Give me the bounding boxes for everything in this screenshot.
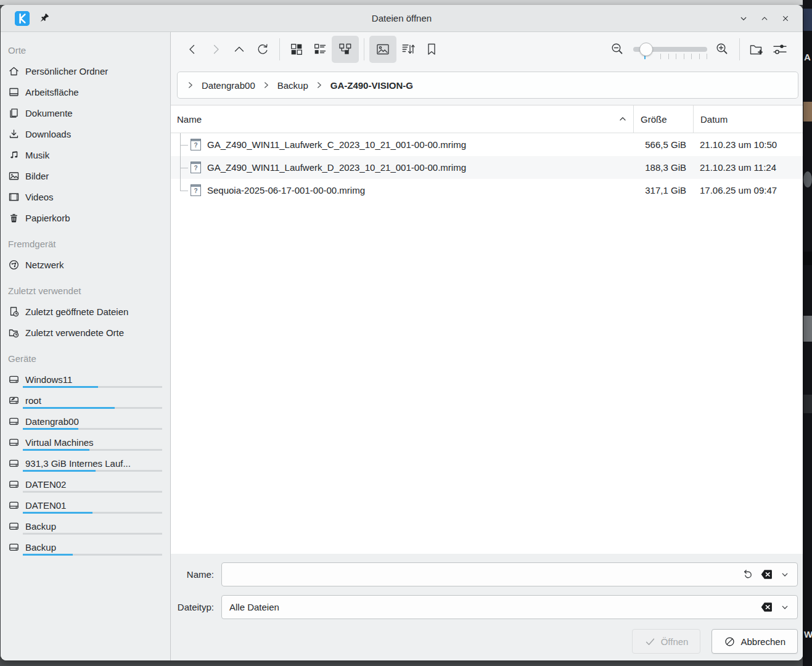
sidebar-item-zuletzt-ge-ffnete-dateien[interactable]: Zuletzt geöffnete Dateien xyxy=(1,301,170,322)
back-button[interactable] xyxy=(181,38,204,61)
refresh-button[interactable] xyxy=(251,38,274,61)
zoom-in-button[interactable] xyxy=(711,38,734,61)
titlebar[interactable]: Dateien öffnen xyxy=(1,5,803,32)
sidebar-item-label: Downloads xyxy=(25,129,71,139)
clear-text-icon[interactable] xyxy=(759,600,774,615)
options-icon xyxy=(772,41,788,57)
sidebar-item-arbeitsfl-che[interactable]: Arbeitsfläche xyxy=(1,81,170,102)
column-header-name[interactable]: Name xyxy=(171,105,633,133)
bookmark-button[interactable] xyxy=(420,38,443,61)
unknown-file-glyph: ? xyxy=(194,165,197,171)
background-top-strip xyxy=(0,0,803,5)
column-header-date[interactable]: Datum xyxy=(693,105,803,133)
sidebar-item-daten01[interactable]: DATEN01 xyxy=(1,495,170,516)
open-button[interactable]: Öffnen xyxy=(632,629,701,654)
forward-button[interactable] xyxy=(204,38,228,61)
breadcrumb[interactable]: Datengrab00BackupGA-Z490-VISION-G xyxy=(177,72,798,99)
up-button[interactable] xyxy=(228,38,251,61)
toolbar-separator xyxy=(739,38,740,60)
sidebar-item-musik[interactable]: Musik xyxy=(1,144,170,165)
trash-icon xyxy=(8,212,20,224)
cancel-button[interactable]: Abbrechen xyxy=(712,629,798,654)
sidebar-item-videos[interactable]: Videos xyxy=(1,186,170,207)
sidebar-item-label: Bilder xyxy=(25,171,49,181)
places-sidebar: OrtePersönlicher OrdnerArbeitsflächeDoku… xyxy=(1,32,171,660)
sidebar-item-daten02[interactable]: DATEN02 xyxy=(1,474,170,495)
options-button[interactable] xyxy=(768,38,792,61)
new-folder-button[interactable] xyxy=(745,38,768,61)
sidebar-item-backup[interactable]: Backup xyxy=(1,536,170,557)
drive-icon xyxy=(8,541,20,553)
background-app-thumbnail xyxy=(803,171,812,187)
window-title: Dateien öffnen xyxy=(1,13,803,23)
sidebar-item-windows11[interactable]: Windows11 xyxy=(1,369,170,390)
sidebar-item-papierkorb[interactable]: Papierkorb xyxy=(1,207,170,228)
file-name: GA_Z490_WIN11_Laufwerk_C_2023_10_21_001-… xyxy=(207,139,633,150)
device-usage-bar xyxy=(23,407,162,409)
sidebar-item-downloads[interactable]: Downloads xyxy=(1,123,170,144)
screen: A W Dateien öffnen OrtePersönlicher Ordn… xyxy=(0,0,812,666)
column-header-date-label: Datum xyxy=(700,114,728,125)
sidebar-item-931-3-gib-internes-lauf-[interactable]: 931,3 GiB Internes Lauf... xyxy=(1,453,170,474)
background-app-strip: A W xyxy=(803,0,812,666)
file-row[interactable]: ?Sequoia-2025-06-17-001-00-00.mrimg317,1… xyxy=(171,179,803,202)
music-icon xyxy=(8,149,20,161)
pin-icon[interactable] xyxy=(36,11,51,26)
zoom-out-button[interactable] xyxy=(606,38,630,61)
detail-tree-view-button[interactable] xyxy=(332,36,359,63)
drive-icon xyxy=(8,520,20,532)
clear-text-icon[interactable] xyxy=(759,567,774,582)
close-button[interactable] xyxy=(778,11,793,26)
zoom-slider[interactable] xyxy=(633,38,707,61)
column-header-size[interactable]: Größe xyxy=(633,105,693,133)
sidebar-item-backup[interactable]: Backup xyxy=(1,516,170,536)
minimize-button[interactable] xyxy=(736,11,751,26)
chevron-up-icon xyxy=(759,13,770,24)
zoom-slider-handle[interactable] xyxy=(639,43,653,56)
desktop-icon xyxy=(8,86,20,98)
undo-icon[interactable] xyxy=(740,567,755,582)
file-row[interactable]: ?GA_Z490_WIN11_Laufwerk_C_2023_10_21_001… xyxy=(171,133,803,156)
compact-view-button[interactable] xyxy=(308,38,332,61)
device-usage-bar xyxy=(23,449,162,451)
zoom-slider-tick xyxy=(691,54,692,59)
close-icon xyxy=(780,13,791,24)
sidebar-item-label: Backup xyxy=(25,521,56,532)
sidebar-item-datengrab00[interactable]: Datengrab00 xyxy=(1,411,170,432)
sidebar-item-virtual-machines[interactable]: Virtual Machines xyxy=(1,432,170,453)
sort-button[interactable] xyxy=(396,38,420,61)
icon-view-button[interactable] xyxy=(285,38,308,61)
sidebar-item-dokumente[interactable]: Dokumente xyxy=(1,102,170,123)
sidebar-item-zuletzt-verwendete-orte[interactable]: Zuletzt verwendete Orte xyxy=(1,322,170,343)
main-pane: Datengrab00BackupGA-Z490-VISION-G Name G… xyxy=(171,32,803,660)
name-input[interactable] xyxy=(229,563,737,586)
breadcrumb-item[interactable]: GA-Z490-VISION-G xyxy=(330,80,413,91)
breadcrumb-item[interactable]: Backup xyxy=(277,80,308,91)
maximize-button[interactable] xyxy=(757,11,772,26)
device-usage-fill xyxy=(23,449,89,451)
download-icon xyxy=(8,128,20,140)
sidebar-item-pers-nlicher-ordner[interactable]: Persönlicher Ordner xyxy=(1,60,170,81)
sort-icon xyxy=(401,42,416,57)
sidebar-item-bilder[interactable]: Bilder xyxy=(1,165,170,186)
zoom-slider-tick xyxy=(676,54,676,59)
zoom-slider-tick xyxy=(668,54,669,59)
file-date: 21.10.23 um 10:50 xyxy=(693,139,803,150)
tree-branch xyxy=(180,145,188,146)
device-usage-fill xyxy=(23,470,96,472)
filetype-combobox[interactable]: Alle Dateien xyxy=(221,595,798,619)
sidebar-section-header: Fremdgerät xyxy=(1,233,170,254)
preview-button[interactable] xyxy=(369,36,396,63)
device-usage-bar xyxy=(23,428,162,430)
file-row[interactable]: ?GA_Z490_WIN11_Laufwerk_D_2023_10_21_001… xyxy=(171,156,803,179)
breadcrumb-item[interactable]: Datengrab00 xyxy=(202,80,255,91)
filetype-field-label: Dateityp: xyxy=(171,602,221,612)
sidebar-section-header: Orte xyxy=(1,39,170,60)
chevron-down-icon[interactable] xyxy=(777,600,792,615)
chevron-down-icon[interactable] xyxy=(777,567,792,582)
drive-icon xyxy=(8,437,20,448)
name-combobox[interactable] xyxy=(221,562,798,586)
device-usage-fill xyxy=(23,407,115,409)
sidebar-item-netzwerk[interactable]: Netzwerk xyxy=(1,254,170,275)
sidebar-item-root[interactable]: root xyxy=(1,390,170,411)
